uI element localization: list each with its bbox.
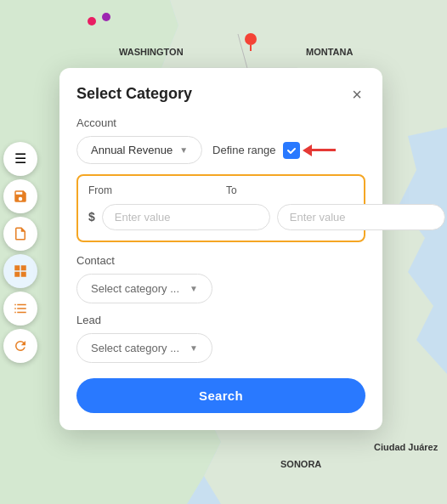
to-label: To [216, 184, 354, 196]
range-labels: From To [88, 184, 354, 196]
lead-category-dropdown[interactable]: Select category ... ▼ [76, 333, 212, 363]
account-section: Account Annual Revenue ▼ Define range [76, 116, 365, 164]
red-arrow-indicator [303, 144, 336, 156]
contact-dropdown-chevron: ▼ [190, 284, 198, 293]
contact-label: Contact [76, 254, 365, 267]
define-range-group: Define range [212, 142, 335, 159]
account-row: Annual Revenue ▼ Define range [76, 136, 365, 164]
from-label: From [88, 184, 216, 196]
lead-section: Lead Select category ... ▼ [76, 314, 365, 363]
modal-header: Select Category × [76, 85, 365, 103]
lead-dropdown-chevron: ▼ [190, 343, 198, 353]
range-box: From To $ [76, 174, 365, 242]
to-input[interactable] [277, 204, 445, 230]
contact-section: Contact Select category ... ▼ [76, 254, 365, 303]
lead-dropdown-value: Select category ... [91, 342, 179, 354]
lead-label: Lead [76, 314, 365, 326]
close-button[interactable]: × [348, 86, 365, 103]
modal-overlay: Select Category × Account Annual Revenue… [0, 0, 447, 504]
search-button[interactable]: Search [76, 378, 365, 413]
annual-revenue-dropdown[interactable]: Annual Revenue ▼ [76, 136, 202, 164]
account-label: Account [76, 116, 365, 129]
select-category-modal: Select Category × Account Annual Revenue… [59, 68, 382, 430]
define-range-label: Define range [212, 144, 275, 156]
contact-category-dropdown[interactable]: Select category ... ▼ [76, 274, 212, 303]
dropdown-chevron: ▼ [179, 145, 188, 155]
modal-title: Select Category [76, 85, 192, 103]
range-inputs: $ [88, 201, 354, 232]
define-range-checkbox[interactable] [283, 142, 300, 159]
currency-symbol: $ [88, 210, 95, 224]
contact-dropdown-value: Select category ... [91, 282, 179, 295]
from-input[interactable] [102, 204, 270, 230]
